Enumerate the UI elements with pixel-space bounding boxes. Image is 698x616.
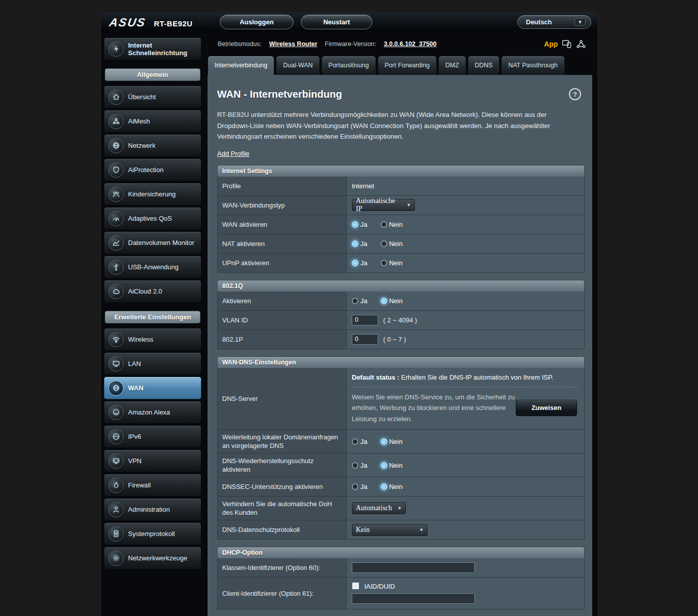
- sidebar-item-netzwerk[interactable]: Netzwerk: [104, 134, 201, 157]
- section-header: Internet Settings: [217, 165, 585, 177]
- radio-nein[interactable]: [381, 240, 387, 247]
- row-8021p: 802.1P ( 0 ~ 7 ): [217, 330, 585, 349]
- row-label: Weiterleitung lokaler Domänenanfragen an…: [218, 430, 347, 453]
- sidebar-item-aiprotection[interactable]: AiProtection: [104, 158, 201, 181]
- row-upnp-enable: UPnP aktivieren Ja Nein: [217, 254, 585, 273]
- sidebar-item-netzwerkwerkzeuge[interactable]: Netzwerkwerkzeuge: [104, 547, 201, 569]
- dashed-divider: [352, 387, 579, 387]
- sidebar-item-aimesh[interactable]: AiMesh: [104, 110, 201, 133]
- option61-input[interactable]: [352, 593, 475, 604]
- lan-monitor-icon: [108, 356, 124, 372]
- row-label: DNSSEC-Unterstützung aktivieren: [218, 477, 347, 496]
- wan-type-select[interactable]: Automatische IP ▼: [352, 199, 415, 211]
- radio-nein[interactable]: [381, 462, 387, 469]
- chevron-down-icon: ▼: [397, 506, 402, 511]
- sidebar-item-usb-anwendung[interactable]: USB-Anwendung: [104, 256, 201, 278]
- sidebar-item-firewall[interactable]: Firewall: [104, 474, 201, 497]
- row-wan-enable: WAN aktivieren Ja Nein: [217, 215, 585, 234]
- radio-ja[interactable]: [352, 221, 358, 228]
- sidebar-item-adaptives-qos[interactable]: Adaptives QoS: [104, 207, 201, 230]
- row-label: WAN-Verbindungstyp: [218, 196, 347, 215]
- sidebar-item-wan[interactable]: WAN: [104, 377, 201, 399]
- firmware-value-link[interactable]: 3.0.0.6.102_37500: [384, 40, 436, 48]
- subhead-bar: Betriebsmodus: Wireless Router Firmware-…: [218, 37, 590, 51]
- usb-icon: [108, 260, 124, 275]
- network-share-icon[interactable]: [576, 39, 586, 49]
- radio-ja[interactable]: [352, 240, 358, 247]
- radio-nein[interactable]: [381, 483, 387, 490]
- sidebar-item-ipv6[interactable]: IPV6 IPv6: [104, 425, 201, 448]
- brand: ASUS RT-BE92U: [109, 16, 192, 29]
- app-devices-icon[interactable]: [562, 39, 572, 49]
- sidebar-item-wireless[interactable]: Wireless: [104, 328, 201, 351]
- radio-ja[interactable]: [352, 438, 358, 445]
- globe-icon: [108, 138, 124, 153]
- iaid-duid-label: IAID/DUID: [364, 583, 395, 590]
- mode-value-link[interactable]: Wireless Router: [269, 40, 317, 48]
- sidebar-item-lan[interactable]: LAN: [104, 352, 201, 375]
- row-label: NAT aktivieren: [218, 234, 347, 253]
- 8021p-range-hint: ( 0 ~ 7 ): [383, 336, 406, 343]
- shield-icon: [108, 162, 124, 178]
- home-icon: [108, 90, 124, 105]
- radio-nein[interactable]: [381, 221, 387, 228]
- svg-text:IPV6: IPV6: [113, 435, 118, 438]
- add-profile-link[interactable]: Add Profile: [217, 150, 250, 157]
- quick-setup-line2: Schnelleinrichtung: [128, 49, 187, 57]
- iaid-duid-checkbox[interactable]: [352, 582, 359, 590]
- radio-nein[interactable]: [381, 260, 387, 266]
- log-document-icon: [108, 526, 124, 542]
- row-label: Verhindern Sie die automatische DoH des …: [218, 497, 347, 520]
- language-select[interactable]: Deutsch ▼: [517, 15, 591, 29]
- quick-setup-line1: Internet: [128, 42, 152, 49]
- option60-input[interactable]: [352, 562, 475, 573]
- radio-ja[interactable]: [352, 298, 358, 304]
- doh-select[interactable]: Automatisch ▼: [352, 502, 406, 514]
- sidebar-item-aicloud[interactable]: AiCloud 2.0: [104, 280, 201, 303]
- sidebar-item-quick-internet-setup[interactable]: Internet Schnelleinrichtung: [104, 37, 201, 60]
- top-bar: ASUS RT-BE92U Ausloggen Neustart Deutsch…: [101, 12, 597, 33]
- tab-internetverbindung[interactable]: Internetverbindung: [208, 56, 274, 75]
- radio-ja[interactable]: [352, 462, 358, 469]
- tab-port-forwarding[interactable]: Port Forwarding: [378, 56, 437, 75]
- row-option60: Klassen-Identifizierer (Option 60):: [217, 558, 585, 578]
- logout-button[interactable]: Ausloggen: [220, 15, 294, 29]
- sidebar-item-datenvolumen-monitor[interactable]: Datenvolumen Monitor: [104, 231, 201, 254]
- sidebar-item-uebersicht[interactable]: Übersicht: [104, 86, 201, 108]
- app-frame: ASUS RT-BE92U Ausloggen Neustart Deutsch…: [101, 12, 597, 616]
- radio-nein[interactable]: [381, 298, 387, 304]
- sidebar-section-advanced: Erweiterte Einstellungen: [105, 311, 200, 323]
- radio-ja[interactable]: [352, 483, 358, 490]
- section-header: WAN-DNS-Einstellungen: [217, 356, 585, 368]
- row-dns-privacy: DNS-Datenschutzprotokoll Kein ▼: [217, 520, 585, 540]
- app-zone: App: [544, 39, 586, 49]
- sidebar-item-administration[interactable]: Administration: [104, 498, 201, 521]
- tab-portausloesung[interactable]: Portauslösung: [321, 56, 376, 75]
- vlan-id-input[interactable]: [352, 315, 378, 325]
- tab-ddns[interactable]: DDNS: [468, 56, 500, 75]
- row-label: DNS-Wiederherstellungsschutz aktivieren: [218, 454, 347, 477]
- sidebar-item-vpn[interactable]: VPN: [104, 449, 201, 472]
- row-dnssec: DNSSEC-Unterstützung aktivieren Ja Nein: [217, 477, 585, 497]
- sidebar-item-amazon-alexa[interactable]: Amazon Alexa: [104, 401, 201, 424]
- sidebar-item-kindersicherung[interactable]: Kindersicherung: [104, 183, 201, 206]
- radio-nein[interactable]: [381, 438, 387, 445]
- 8021p-input[interactable]: [352, 334, 378, 345]
- reboot-button[interactable]: Neustart: [301, 15, 373, 29]
- section-internet-settings: Internet Settings Profile Internet WAN-V…: [217, 165, 585, 273]
- profile-value: Internet: [352, 182, 374, 190]
- sidebar-item-systemprotokoll[interactable]: Systemprotokoll: [104, 522, 201, 545]
- tab-dmz[interactable]: DMZ: [438, 56, 466, 75]
- app-label: App: [544, 40, 558, 48]
- tab-dual-wan[interactable]: Dual-WAN: [276, 56, 320, 75]
- page-description: RT-BE92U unterstützt mehrere Verbindungs…: [217, 109, 578, 142]
- wan-globe-icon: [108, 381, 124, 396]
- radio-ja[interactable]: [352, 260, 358, 266]
- router-admin-page: ASUS RT-BE92U Ausloggen Neustart Deutsch…: [0, 0, 698, 616]
- help-icon[interactable]: ?: [569, 88, 581, 100]
- assign-dns-button[interactable]: Zuweisen: [516, 400, 577, 416]
- family-icon: [108, 187, 124, 202]
- tab-nat-passthrough[interactable]: NAT Passthrough: [501, 56, 565, 75]
- quick-setup-bolt-icon: [108, 42, 124, 57]
- dns-privacy-select[interactable]: Kein ▼: [352, 524, 428, 536]
